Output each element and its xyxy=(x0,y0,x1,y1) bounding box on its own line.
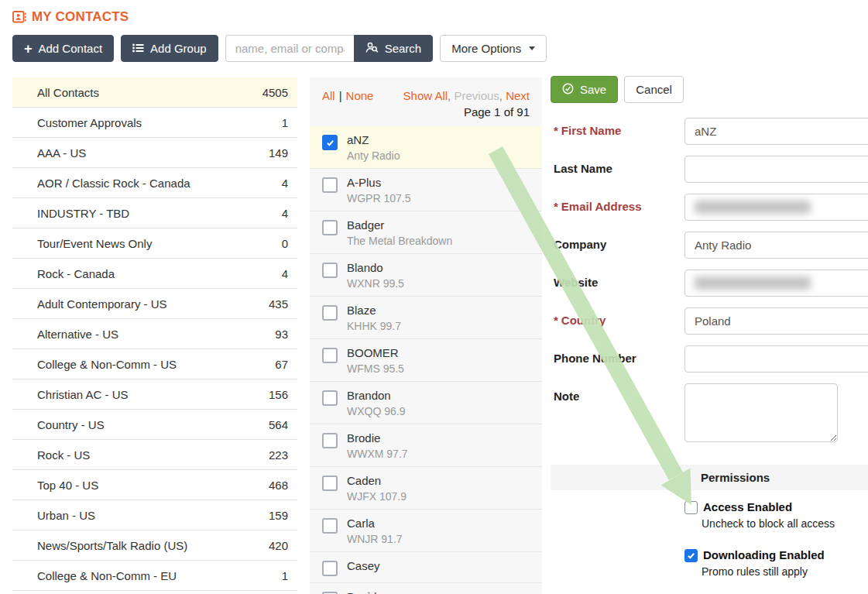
contact-checkbox[interactable] xyxy=(322,177,338,193)
contact-row[interactable]: BOOMER WFMS 95.5 xyxy=(310,339,542,382)
group-count: 564 xyxy=(269,418,288,431)
group-row[interactable]: Rock - Canada 4 xyxy=(12,259,297,289)
contact-row[interactable]: Caden WJFX 107.9 xyxy=(310,467,542,510)
select-none-link[interactable]: None xyxy=(346,89,374,102)
field-label: *Company xyxy=(551,232,684,251)
contact-name: David xyxy=(347,590,376,594)
permissions-list: Access Enabled Uncheck to block all acce… xyxy=(684,500,864,594)
search-group: Search xyxy=(225,35,434,62)
contact-row[interactable]: Casey xyxy=(310,552,542,583)
next-link[interactable]: Next xyxy=(506,89,530,102)
add-contact-button[interactable]: + Add Contact xyxy=(12,35,114,62)
text-input-wrap xyxy=(684,156,868,183)
contact-name: Blaze xyxy=(347,304,401,317)
group-row[interactable]: Rock - US 223 xyxy=(12,440,297,470)
text-input[interactable] xyxy=(685,194,868,220)
permission-checkbox[interactable] xyxy=(684,549,698,562)
form-actions: Save Cancel xyxy=(551,76,868,103)
group-count: 223 xyxy=(269,448,288,462)
group-label: INDUSTRY - TBD xyxy=(37,207,129,220)
contact-row[interactable]: Blaze KHHK 99.7 xyxy=(310,297,542,339)
group-row[interactable]: Tour/Event News Only 0 xyxy=(12,228,297,259)
contact-checkbox[interactable] xyxy=(322,561,338,576)
contact-row[interactable]: aNZ Anty Radio xyxy=(310,126,542,169)
group-row[interactable]: College & Non-Comm - EU 1 xyxy=(12,561,297,591)
toolbar: + Add Contact Add Group xyxy=(12,35,547,62)
text-input-wrap xyxy=(684,345,868,373)
more-options-button[interactable]: More Options xyxy=(440,35,547,62)
text-input-wrap xyxy=(684,194,868,221)
form-field-row: *Email Address xyxy=(551,194,868,221)
search-button[interactable]: Search xyxy=(354,35,434,62)
text-input[interactable] xyxy=(685,118,868,144)
required-asterisk: * xyxy=(554,124,558,137)
select-all-link[interactable]: All xyxy=(322,89,335,102)
text-input[interactable] xyxy=(685,156,868,182)
plus-icon: + xyxy=(24,42,33,56)
contact-row[interactable]: Brodie WWXM 97.7 xyxy=(310,424,542,467)
group-count: 149 xyxy=(269,146,288,160)
contact-row[interactable]: Badger The Metal Breakdown xyxy=(310,211,542,254)
contact-row[interactable]: Brandon WXQQ 96.9 xyxy=(310,382,542,424)
page-info: Page 1 of 91 xyxy=(322,105,530,118)
group-row[interactable]: INDUSTRY - TBD 4 xyxy=(12,198,297,228)
group-row[interactable]: Christian AC - US 156 xyxy=(12,379,297,410)
field-label: *Email Address xyxy=(551,194,684,213)
group-label: Customer Approvals xyxy=(37,116,142,129)
group-row[interactable]: AAA - US 149 xyxy=(12,138,297,168)
add-group-button[interactable]: Add Group xyxy=(121,35,218,62)
contact-checkbox[interactable] xyxy=(322,476,338,491)
contact-row[interactable]: Carla WNJR 91.7 xyxy=(310,510,542,552)
text-input[interactable] xyxy=(685,270,868,296)
group-label: News/Sports/Talk Radio (US) xyxy=(37,539,187,552)
group-row[interactable]: Country - US 564 xyxy=(12,410,297,440)
contact-checkbox[interactable] xyxy=(322,433,338,448)
contact-subtitle: The Metal Breakdown xyxy=(347,235,452,247)
group-row[interactable]: News/Sports/Talk Radio (US) 420 xyxy=(12,530,297,561)
contact-subtitle: WNJR 91.7 xyxy=(347,533,403,545)
contact-checkbox[interactable] xyxy=(322,263,338,278)
show-all-link[interactable]: Show All xyxy=(403,89,448,102)
contact-checkbox[interactable] xyxy=(322,135,338,150)
group-row[interactable]: College & Non-Comm - US 67 xyxy=(12,349,297,379)
contact-subtitle: WXNR 99.5 xyxy=(347,277,404,290)
group-row[interactable]: Top 40 - US 468 xyxy=(12,470,297,500)
permission-toggle[interactable]: Access Enabled xyxy=(684,500,864,514)
permission-checkbox[interactable] xyxy=(684,501,698,514)
save-button[interactable]: Save xyxy=(551,76,618,103)
text-input[interactable] xyxy=(685,232,868,258)
contact-row[interactable]: A-Plus WGPR 107.5 xyxy=(310,169,542,211)
contact-list: All|None Show All, Previous, Next Page 1… xyxy=(310,77,542,594)
list-icon xyxy=(132,42,144,55)
contact-row[interactable]: Blando WXNR 99.5 xyxy=(310,254,542,297)
permissions-header: Permissions xyxy=(551,465,868,490)
contact-checkbox[interactable] xyxy=(322,518,338,534)
group-row[interactable]: Adult Contemporary - US 435 xyxy=(12,289,297,319)
contact-subtitle: KHHK 99.7 xyxy=(347,320,401,332)
my-contacts-app: MY CONTACTS + Add Contact Add Group xyxy=(0,0,868,594)
contact-checkbox[interactable] xyxy=(322,305,338,321)
contact-checkbox[interactable] xyxy=(322,390,338,406)
group-label: Tour/Event News Only xyxy=(37,237,152,250)
text-input[interactable] xyxy=(685,308,868,334)
group-row[interactable]: All Contacts 4505 xyxy=(12,77,297,108)
contact-row[interactable]: David xyxy=(310,583,542,594)
group-row[interactable]: AOR / Classic Rock - Canada 4 xyxy=(12,168,297,198)
permission-toggle[interactable]: Downloading Enabled xyxy=(684,548,864,562)
cancel-button[interactable]: Cancel xyxy=(624,76,684,103)
contact-checkbox[interactable] xyxy=(322,220,338,235)
text-input[interactable] xyxy=(685,346,868,372)
contact-subtitle: WFMS 95.5 xyxy=(347,362,404,375)
permission-hint: Promo rules still apply xyxy=(702,565,864,578)
permission-label: Downloading Enabled xyxy=(703,548,825,562)
group-row[interactable]: Alternative - US 93 xyxy=(12,319,297,349)
group-count: 1 xyxy=(282,569,288,582)
previous-link: Previous xyxy=(454,89,499,102)
group-row[interactable]: Urban - US 159 xyxy=(12,500,297,530)
permission-label: Access Enabled xyxy=(703,500,792,514)
group-row[interactable]: Customer Approvals 1 xyxy=(12,108,297,138)
search-input[interactable] xyxy=(225,35,354,62)
text-input-wrap xyxy=(684,232,868,259)
contact-checkbox[interactable] xyxy=(322,348,338,363)
note-textarea[interactable] xyxy=(684,383,838,442)
